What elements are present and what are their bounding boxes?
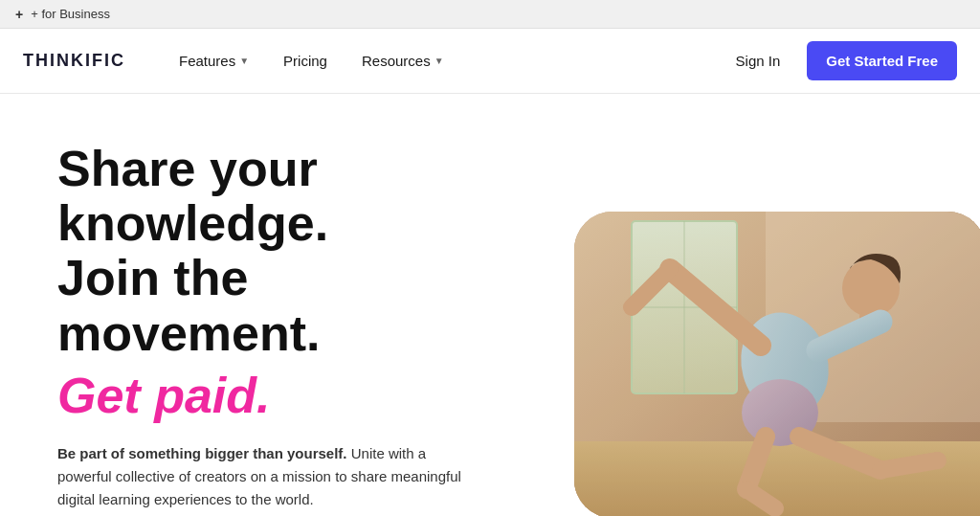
hero-image (574, 212, 980, 516)
main-nav: THINKIFIC Features ▼ Pricing Resources ▼… (0, 29, 980, 94)
nav-pricing[interactable]: Pricing (268, 45, 343, 77)
features-label: Features (179, 53, 235, 69)
hero-image-bg (574, 212, 980, 516)
sign-in-button[interactable]: Sign In (724, 45, 792, 77)
headline-line1: Share your (57, 141, 318, 196)
nav-resources[interactable]: Resources ▼ (346, 45, 459, 77)
banner-text[interactable]: + for Business (31, 7, 110, 21)
get-started-nav-button[interactable]: Get Started Free (807, 41, 957, 80)
hero-headline-pink: Get paid. (57, 369, 517, 423)
svg-rect-18 (574, 212, 980, 516)
headline-line2: knowledge. (57, 195, 328, 251)
pricing-label: Pricing (283, 53, 327, 69)
nav-features[interactable]: Features ▼ (164, 45, 264, 77)
hero-headline: Share your knowledge. Join the movement. (57, 142, 517, 361)
business-icon: + (15, 7, 23, 22)
top-banner: + + for Business (0, 0, 980, 29)
hero-section: Share your knowledge. Join the movement.… (0, 94, 980, 516)
hero-content: Share your knowledge. Join the movement.… (57, 142, 517, 516)
description-bold: Be part of something bigger than yoursel… (57, 445, 347, 461)
nav-links: Features ▼ Pricing Resources ▼ (164, 45, 724, 77)
logo[interactable]: THINKIFIC (23, 51, 125, 71)
nav-right: Sign In Get Started Free (724, 41, 957, 80)
headline-line3: Join the movement. (57, 250, 321, 360)
hero-image-container (574, 212, 980, 516)
resources-chevron-icon: ▼ (434, 56, 444, 66)
hero-person-svg (574, 212, 980, 516)
features-chevron-icon: ▼ (239, 56, 249, 66)
hero-description: Be part of something bigger than yoursel… (57, 442, 469, 511)
resources-label: Resources (362, 53, 431, 69)
